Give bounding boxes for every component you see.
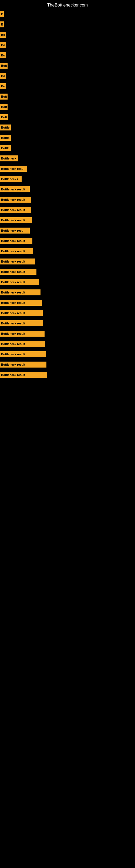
bar-label-29: Bottleneck result — [0, 300, 42, 306]
bar-label-27: Bottleneck result — [0, 279, 39, 285]
bar-label-13: Bottle — [0, 135, 11, 141]
bar-label-11: Bott — [0, 114, 8, 120]
bar-label-16: Bottleneck resu — [0, 166, 27, 172]
bar-label-20: Bottleneck result — [0, 207, 31, 213]
bar-row-35: Bottleneck result — [0, 360, 135, 370]
bar-label-35: Bottleneck result — [0, 362, 46, 368]
bar-row-15: Bottleneck — [0, 153, 135, 163]
bar-row-24: Bottleneck result — [0, 246, 135, 256]
bar-row-2: B — [0, 19, 135, 30]
bar-row-25: Bottleneck result — [0, 256, 135, 267]
bar-label-26: Bottleneck result — [0, 269, 37, 275]
bar-label-36: Bottleneck result — [0, 372, 47, 378]
bar-label-10: Bott — [0, 104, 8, 110]
bar-row-32: Bottleneck result — [0, 329, 135, 339]
bars-container: BBBoBoBoBottBoBoBottBottBottBottleBottle… — [0, 9, 135, 380]
bar-row-8: Bo — [0, 81, 135, 91]
bar-row-17: Bottleneck r — [0, 174, 135, 184]
bar-label-15: Bottleneck — [0, 155, 18, 161]
bar-row-28: Bottleneck result — [0, 287, 135, 298]
bar-label-34: Bottleneck result — [0, 351, 46, 357]
bar-row-26: Bottleneck result — [0, 267, 135, 277]
bar-row-22: Bottleneck resu — [0, 225, 135, 236]
bar-row-34: Bottleneck result — [0, 349, 135, 360]
bar-row-23: Bottleneck result — [0, 236, 135, 246]
bar-label-12: Bottle — [0, 124, 11, 130]
bar-label-31: Bottleneck result — [0, 320, 43, 326]
bar-label-23: Bottleneck result — [0, 238, 32, 244]
bar-row-10: Bott — [0, 102, 135, 112]
bar-row-16: Bottleneck resu — [0, 163, 135, 174]
bar-label-1: B — [0, 11, 4, 17]
bar-row-36: Bottleneck result — [0, 370, 135, 380]
bar-label-5: Bo — [0, 52, 6, 58]
bar-label-2: B — [0, 22, 4, 27]
bar-label-30: Bottleneck result — [0, 310, 43, 316]
bar-label-7: Bo — [0, 73, 6, 79]
bar-row-19: Bottleneck result — [0, 194, 135, 205]
bar-label-4: Bo — [0, 42, 6, 48]
bar-row-29: Bottleneck result — [0, 298, 135, 308]
bar-label-28: Bottleneck result — [0, 289, 41, 296]
bar-row-6: Bott — [0, 61, 135, 71]
bar-row-1: B — [0, 9, 135, 19]
bar-row-5: Bo — [0, 50, 135, 61]
bar-label-9: Bott — [0, 94, 8, 99]
bar-label-19: Bottleneck result — [0, 197, 31, 203]
bar-label-25: Bottleneck result — [0, 258, 35, 265]
bar-label-6: Bott — [0, 63, 8, 69]
bar-label-18: Bottleneck result — [0, 186, 30, 192]
bar-row-13: Bottle — [0, 133, 135, 143]
bar-row-3: Bo — [0, 30, 135, 40]
bar-label-32: Bottleneck result — [0, 331, 45, 337]
bar-row-7: Bo — [0, 71, 135, 81]
site-title: TheBottlenecker.com — [0, 0, 135, 9]
bar-label-22: Bottleneck resu — [0, 227, 30, 234]
bar-row-21: Bottleneck result — [0, 215, 135, 225]
bar-label-24: Bottleneck result — [0, 248, 33, 254]
bar-label-17: Bottleneck r — [0, 176, 21, 182]
bar-label-21: Bottleneck result — [0, 217, 32, 223]
bar-label-8: Bo — [0, 83, 6, 89]
bar-row-31: Bottleneck result — [0, 318, 135, 329]
bar-row-27: Bottleneck result — [0, 277, 135, 287]
bar-row-33: Bottleneck result — [0, 339, 135, 349]
bar-row-11: Bott — [0, 112, 135, 122]
bar-row-14: Bottle — [0, 143, 135, 153]
bar-row-20: Bottleneck result — [0, 205, 135, 215]
bar-row-9: Bott — [0, 91, 135, 102]
bar-label-3: Bo — [0, 32, 6, 38]
bar-row-12: Bottle — [0, 122, 135, 133]
bar-label-33: Bottleneck result — [0, 341, 45, 347]
bar-label-14: Bottle — [0, 145, 11, 151]
bar-row-18: Bottleneck result — [0, 184, 135, 194]
bar-row-4: Bo — [0, 40, 135, 50]
bar-row-30: Bottleneck result — [0, 308, 135, 318]
